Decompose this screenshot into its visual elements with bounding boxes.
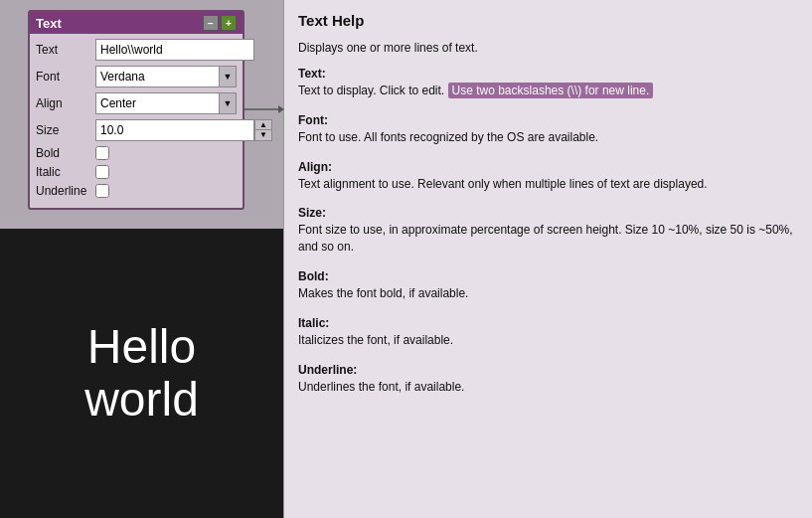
help-section-align: Align: Text alignment to use. Relevant o… (298, 160, 798, 193)
help-text-desc-before: Text to display. Click to edit. (298, 84, 448, 97)
align-row: Align Left Center Right ▼ (36, 92, 237, 114)
size-row: Size ▲ ▼ (36, 119, 237, 141)
align-label: Align (36, 96, 95, 110)
italic-label: Italic (36, 165, 95, 179)
expand-button[interactable]: + (221, 15, 237, 31)
size-input[interactable] (95, 119, 254, 141)
size-spinners: ▲ ▼ (254, 119, 272, 141)
help-text-name: Text: (298, 67, 798, 81)
props-title: Text (36, 16, 62, 31)
align-select-wrapper: Left Center Right ▼ (95, 92, 237, 114)
help-align-desc: Text alignment to use. Relevant only whe… (298, 176, 798, 193)
bold-label: Bold (36, 146, 95, 160)
font-row: Font Verdana Arial Times New Roman ▼ (36, 66, 237, 87)
props-title-bar: Text − + (30, 12, 243, 34)
title-buttons: − + (203, 15, 237, 31)
help-italic-desc: Italicizes the font, if available. (298, 332, 798, 349)
right-panel: Text Help Displays one or more lines of … (283, 0, 812, 518)
underline-checkbox[interactable] (95, 184, 109, 198)
help-bold-desc: Makes the font bold, if available. (298, 285, 798, 302)
font-select[interactable]: Verdana Arial Times New Roman (95, 66, 237, 87)
help-section-bold: Bold: Makes the font bold, if available. (298, 269, 798, 302)
bold-checkbox[interactable] (95, 146, 109, 160)
help-underline-name: Underline: (298, 363, 798, 377)
left-panel: Text − + Text Font Verdana Arial Times N… (0, 0, 283, 518)
help-text-highlight: Use two backslashes (\\) for new line. (448, 83, 654, 98)
text-row: Text (36, 39, 237, 61)
size-wrapper: ▲ ▼ (95, 119, 272, 141)
size-down-button[interactable]: ▼ (255, 130, 271, 140)
font-select-wrapper: Verdana Arial Times New Roman ▼ (95, 66, 237, 87)
help-size-name: Size: (298, 206, 798, 220)
help-font-desc: Font to use. All fonts recognized by the… (298, 129, 798, 146)
size-up-button[interactable]: ▲ (255, 120, 271, 130)
preview-line2: world (84, 374, 199, 427)
help-section-text: Text: Text to display. Click to edit. Us… (298, 67, 798, 99)
bold-row: Bold (36, 146, 237, 160)
help-section-underline: Underline: Underlines the font, if avail… (298, 363, 798, 396)
svg-marker-1 (278, 105, 284, 113)
minimize-button[interactable]: − (203, 15, 219, 31)
help-font-name: Font: (298, 113, 798, 127)
underline-row: Underline (36, 184, 237, 198)
arrow-connector (243, 102, 284, 116)
help-section-size: Size: Font size to use, in approximate p… (298, 206, 798, 256)
help-section-font: Font: Font to use. All fonts recognized … (298, 113, 798, 146)
props-box: Text − + Text Font Verdana Arial Times N… (28, 10, 244, 210)
text-input[interactable] (95, 39, 254, 61)
help-bold-name: Bold: (298, 269, 798, 283)
italic-checkbox[interactable] (95, 165, 109, 179)
help-underline-desc: Underlines the font, if available. (298, 379, 798, 396)
size-label: Size (36, 123, 95, 137)
align-select[interactable]: Left Center Right (95, 92, 237, 114)
help-italic-name: Italic: (298, 316, 798, 330)
italic-row: Italic (36, 165, 237, 179)
help-align-name: Align: (298, 160, 798, 174)
preview-area: Hello world (0, 229, 283, 518)
help-size-desc: Font size to use, in approximate percent… (298, 222, 798, 256)
help-text-desc: Text to display. Click to edit. Use two … (298, 83, 798, 99)
font-label: Font (36, 70, 95, 84)
preview-line1: Hello (84, 321, 199, 374)
help-title: Text Help (298, 12, 798, 29)
help-intro: Displays one or more lines of text. (298, 41, 798, 55)
preview-text: Hello world (84, 321, 199, 427)
underline-label: Underline (36, 184, 95, 198)
help-section-italic: Italic: Italicizes the font, if availabl… (298, 316, 798, 349)
props-body: Text Font Verdana Arial Times New Roman … (30, 34, 243, 208)
text-label: Text (36, 43, 95, 57)
